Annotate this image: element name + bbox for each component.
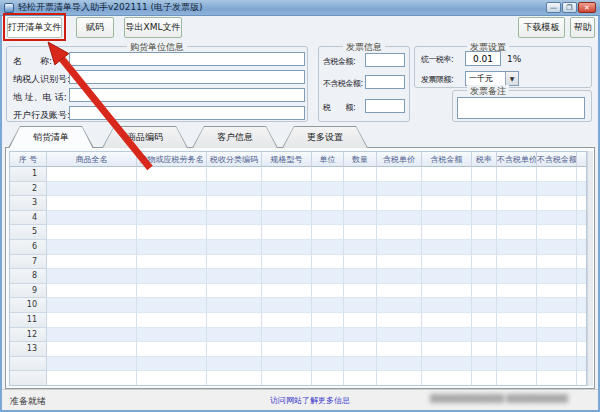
grid-cell[interactable] xyxy=(577,357,587,372)
grid-cell[interactable] xyxy=(472,298,497,313)
grid-cell[interactable] xyxy=(577,196,587,211)
grid-cell[interactable] xyxy=(577,182,587,197)
grid-cell[interactable] xyxy=(207,357,262,372)
grid-cell[interactable] xyxy=(497,167,537,182)
grid-cell[interactable] xyxy=(537,182,577,197)
grid-cell[interactable] xyxy=(312,371,344,386)
grid-cell[interactable] xyxy=(344,298,377,313)
grid-cell[interactable] xyxy=(47,298,137,313)
grid-cell[interactable] xyxy=(312,342,344,357)
grid-cell[interactable] xyxy=(207,211,262,226)
grid-cell[interactable] xyxy=(207,167,262,182)
grid-cell[interactable] xyxy=(137,298,207,313)
grid-cell[interactable] xyxy=(47,211,137,226)
grid-header-cell[interactable]: 单位 xyxy=(312,152,344,167)
grid-cell[interactable] xyxy=(207,313,262,328)
grid-cell[interactable] xyxy=(312,225,344,240)
grid-cell[interactable] xyxy=(537,298,577,313)
grid-cell[interactable] xyxy=(537,240,577,255)
grid-cell[interactable] xyxy=(537,255,577,270)
grid-cell[interactable] xyxy=(497,240,537,255)
grid-cell[interactable] xyxy=(472,342,497,357)
grid-cell[interactable] xyxy=(377,328,422,343)
grid-cell[interactable] xyxy=(207,225,262,240)
grid-cell[interactable] xyxy=(577,211,587,226)
grid-cell[interactable] xyxy=(537,167,577,182)
grid-cell[interactable] xyxy=(262,284,312,299)
grid-cell[interactable] xyxy=(207,328,262,343)
grid-cell[interactable] xyxy=(207,240,262,255)
grid-row-number[interactable]: 7 xyxy=(10,255,47,270)
tax-amount-input[interactable] xyxy=(365,99,405,113)
grid-cell[interactable] xyxy=(422,371,472,386)
grid-cell[interactable] xyxy=(472,211,497,226)
grid-cell[interactable] xyxy=(497,342,537,357)
grid-cell[interactable] xyxy=(47,342,137,357)
invoice-limit-select[interactable]: 一千元 ▼ xyxy=(465,71,519,86)
grid-cell[interactable] xyxy=(537,284,577,299)
grid-cell[interactable] xyxy=(497,211,537,226)
buyer-taxid-input[interactable] xyxy=(69,70,305,84)
grid-header-cell[interactable]: 商品全名 xyxy=(47,152,137,167)
grid-header-cell[interactable]: 含税金额 xyxy=(422,152,472,167)
grid-cell[interactable] xyxy=(577,167,587,182)
grid-cell[interactable] xyxy=(497,328,537,343)
grid-cell[interactable] xyxy=(497,357,537,372)
grid-cell[interactable] xyxy=(472,284,497,299)
export-xml-button[interactable]: 导出XML文件 xyxy=(124,17,182,38)
grid-cell[interactable] xyxy=(312,255,344,270)
grid-cell[interactable] xyxy=(47,196,137,211)
grid-cell[interactable] xyxy=(577,284,587,299)
grid-cell[interactable] xyxy=(262,240,312,255)
download-template-button[interactable]: 下载模板 xyxy=(518,17,565,38)
grid-vertical-scrollbar[interactable] xyxy=(587,151,593,386)
grid-cell[interactable] xyxy=(537,357,577,372)
grid-cell[interactable] xyxy=(262,182,312,197)
grid-cell[interactable] xyxy=(577,313,587,328)
grid-cell[interactable] xyxy=(137,313,207,328)
grid-cell[interactable] xyxy=(262,357,312,372)
tab-customer-info[interactable]: 客户信息 xyxy=(192,126,278,148)
grid-header-cell[interactable]: 含税单价 xyxy=(377,152,422,167)
grid-cell[interactable] xyxy=(137,284,207,299)
grid-cell[interactable] xyxy=(262,255,312,270)
assign-code-button[interactable]: 赋码 xyxy=(76,17,114,38)
maximize-button[interactable]: ❐ xyxy=(562,2,577,13)
help-button[interactable]: 帮助 xyxy=(570,17,595,38)
grid-row-number[interactable]: 10 xyxy=(10,298,47,313)
grid-cell[interactable] xyxy=(207,255,262,270)
grid-cell[interactable] xyxy=(422,182,472,197)
grid-cell[interactable] xyxy=(262,328,312,343)
grid-cell[interactable] xyxy=(47,371,137,386)
grid-cell[interactable] xyxy=(422,357,472,372)
grid-cell[interactable] xyxy=(472,225,497,240)
grid-cell[interactable] xyxy=(344,196,377,211)
grid-cell[interactable] xyxy=(262,342,312,357)
grid-cell[interactable] xyxy=(207,196,262,211)
grid-cell[interactable] xyxy=(344,167,377,182)
close-button[interactable]: ✕ xyxy=(578,2,596,13)
grid-cell[interactable] xyxy=(47,182,137,197)
grid-cell[interactable] xyxy=(344,225,377,240)
grid-header-cell[interactable]: 数量 xyxy=(344,152,377,167)
grid-cell[interactable] xyxy=(312,240,344,255)
grid-cell[interactable] xyxy=(577,371,587,386)
grid-cell[interactable] xyxy=(422,240,472,255)
grid-cell[interactable] xyxy=(497,313,537,328)
chevron-down-icon[interactable]: ▼ xyxy=(505,72,518,85)
grid-header-cell[interactable]: 不含税单价 xyxy=(497,152,537,167)
grid-cell[interactable] xyxy=(422,284,472,299)
grid-cell[interactable] xyxy=(137,328,207,343)
grid-cell[interactable] xyxy=(472,328,497,343)
grid-cell[interactable] xyxy=(262,371,312,386)
grid-header-cell[interactable]: 规格型号 xyxy=(262,152,312,167)
grid-cell[interactable] xyxy=(207,182,262,197)
grid-cell[interactable] xyxy=(344,328,377,343)
grid-row-number[interactable]: 13 xyxy=(10,342,47,357)
grid-cell[interactable] xyxy=(377,182,422,197)
invoice-remark-textarea[interactable] xyxy=(457,97,585,119)
grid-cell[interactable] xyxy=(537,269,577,284)
grid-row-number[interactable]: 8 xyxy=(10,269,47,284)
grid-cell[interactable] xyxy=(422,328,472,343)
grid-cell[interactable] xyxy=(377,298,422,313)
